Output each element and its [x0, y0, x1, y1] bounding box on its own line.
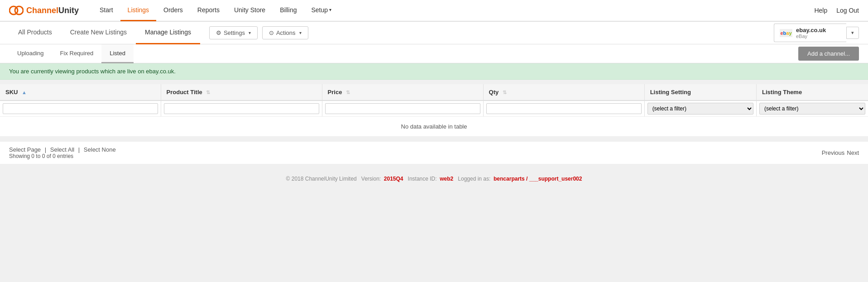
- filter-qty-input[interactable]: [486, 103, 642, 114]
- sub-navigation: All Products Create New Listings Manage …: [0, 22, 868, 44]
- help-link[interactable]: Help: [814, 7, 827, 14]
- tab-row: Uploading Fix Required Listed Add a chan…: [0, 44, 868, 63]
- select-none-link[interactable]: Select None: [84, 146, 116, 153]
- filter-theme-select[interactable]: (select a filter): [759, 103, 865, 115]
- nav-links: Start Listings Orders Reports Unity Stor…: [92, 0, 814, 21]
- subnav-create-listings[interactable]: Create New Listings: [61, 22, 136, 44]
- footer-logged-label: Logged in as:: [458, 176, 490, 182]
- footer-instance-label: Instance ID:: [408, 176, 437, 182]
- filter-title-cell: [161, 100, 322, 117]
- footer: © 2018 ChannelUnity Limited Version: 201…: [0, 168, 868, 189]
- filter-setting-cell: (select a filter): [644, 100, 756, 117]
- showing-info: Showing 0 to 0 of 0 entries: [9, 153, 116, 159]
- col-listing-theme: Listing Theme: [757, 84, 868, 100]
- footer-copyright: © 2018 ChannelUnity Limited: [286, 176, 357, 182]
- price-sort-arrow: ⇅: [346, 90, 350, 95]
- col-product-title[interactable]: Product Title ⇅: [161, 84, 322, 100]
- next-link[interactable]: Next: [847, 149, 859, 156]
- col-qty-label: Qty: [489, 89, 499, 96]
- info-message: You are currently viewing products which…: [9, 68, 176, 75]
- nav-orders[interactable]: Orders: [156, 0, 190, 21]
- col-price[interactable]: Price ⇅: [322, 84, 483, 100]
- channel-info: ebay.co.uk eBay: [796, 27, 826, 39]
- listings-table: SKU ▲ Product Title ⇅ Price ⇅ Qty ⇅ List…: [0, 84, 868, 137]
- nav-reports[interactable]: Reports: [190, 0, 227, 21]
- actions-icon: ⊙: [269, 29, 274, 36]
- qty-sort-arrow: ⇅: [503, 90, 507, 95]
- settings-label: Settings: [224, 29, 245, 36]
- title-sort-arrow: ⇅: [206, 90, 210, 95]
- actions-caret: ▾: [299, 30, 302, 35]
- filter-sku-input[interactable]: [3, 103, 158, 114]
- col-sku-label: SKU: [5, 89, 18, 96]
- col-theme-label: Listing Theme: [762, 89, 802, 96]
- select-all-link[interactable]: Select All: [50, 146, 74, 153]
- select-links: Select Page | Select All | Select None: [9, 146, 116, 153]
- settings-button[interactable]: ⚙ Settings ▾: [209, 26, 258, 39]
- footer-version-label: Version:: [361, 176, 381, 182]
- tab-uploading[interactable]: Uploading: [9, 44, 52, 63]
- col-title-label: Product Title: [167, 89, 202, 96]
- select-page-link[interactable]: Select Page: [9, 146, 41, 153]
- logo[interactable]: ChannelUnity: [9, 3, 79, 18]
- nav-billing[interactable]: Billing: [273, 0, 304, 21]
- logo-icon: [9, 3, 24, 18]
- tab-fix-required[interactable]: Fix Required: [52, 44, 102, 63]
- pagination-bar: Select Page | Select All | Select None S…: [0, 141, 868, 164]
- no-data-row: No data available in table: [0, 117, 868, 137]
- tab-listed[interactable]: Listed: [101, 44, 134, 63]
- nav-setup[interactable]: Setup ▾: [304, 0, 339, 21]
- col-listing-setting: Listing Setting: [644, 84, 756, 100]
- table-container: SKU ▲ Product Title ⇅ Price ⇅ Qty ⇅ List…: [0, 84, 868, 137]
- subnav-actions: ⚙ Settings ▾ ⊙ Actions ▾: [209, 26, 308, 39]
- add-channel-button[interactable]: Add a channel...: [798, 47, 859, 61]
- table-header-row: SKU ▲ Product Title ⇅ Price ⇅ Qty ⇅ List…: [0, 84, 868, 100]
- footer-user: bencarparts / ___support_user002: [494, 176, 582, 182]
- filter-sku-cell: [0, 100, 161, 117]
- settings-caret: ▾: [249, 30, 251, 35]
- svg-point-1: [15, 6, 23, 14]
- footer-instance: web2: [440, 176, 453, 182]
- subnav-manage-listings[interactable]: Manage Listings: [136, 22, 200, 44]
- logout-link[interactable]: Log Out: [836, 7, 859, 14]
- pagination-links: Previous Next: [822, 149, 859, 156]
- channel-name: ebay.co.uk: [796, 27, 826, 33]
- ebay-logo: ebay: [780, 30, 791, 36]
- logo-text: ChannelUnity: [26, 6, 79, 15]
- channel-selector: ebay ebay.co.uk eBay ▾: [774, 24, 859, 42]
- filter-title-input[interactable]: [164, 103, 319, 114]
- filter-setting-select[interactable]: (select a filter): [647, 103, 753, 115]
- col-qty[interactable]: Qty ⇅: [483, 84, 644, 100]
- channel-button[interactable]: ebay ebay.co.uk eBay: [774, 24, 846, 42]
- separator-2: |: [78, 146, 82, 153]
- separator-1: |: [45, 146, 48, 153]
- setup-caret: ▾: [329, 7, 331, 12]
- filter-qty-cell: [483, 100, 644, 117]
- nav-right: Help Log Out: [814, 7, 859, 14]
- previous-link[interactable]: Previous: [822, 149, 845, 156]
- col-price-label: Price: [328, 89, 342, 96]
- table-filter-row: (select a filter) (select a filter): [0, 100, 868, 117]
- pagination-left: Select Page | Select All | Select None S…: [9, 146, 116, 159]
- filter-price-input[interactable]: [325, 103, 480, 114]
- subnav-all-products[interactable]: All Products: [9, 22, 61, 44]
- info-bar: You are currently viewing products which…: [0, 63, 868, 80]
- nav-listings[interactable]: Listings: [120, 0, 156, 21]
- channel-logo: ebay: [780, 29, 792, 37]
- nav-unity-store[interactable]: Unity Store: [227, 0, 273, 21]
- actions-button[interactable]: ⊙ Actions ▾: [262, 26, 308, 39]
- footer-version: 2015Q4: [384, 176, 403, 182]
- no-data-cell: No data available in table: [0, 117, 868, 137]
- channel-dropdown-button[interactable]: ▾: [846, 27, 859, 39]
- filter-theme-cell: (select a filter): [757, 100, 868, 117]
- nav-start[interactable]: Start: [92, 0, 120, 21]
- logo-channel: Channel: [26, 6, 58, 15]
- logo-unity: Unity: [58, 6, 79, 15]
- actions-label: Actions: [276, 29, 296, 36]
- filter-price-cell: [322, 100, 483, 117]
- top-navigation: ChannelUnity Start Listings Orders Repor…: [0, 0, 868, 22]
- channel-type: eBay: [796, 33, 826, 39]
- col-sku[interactable]: SKU ▲: [0, 84, 161, 100]
- col-setting-label: Listing Setting: [650, 89, 691, 96]
- wrench-icon: ⚙: [216, 29, 221, 36]
